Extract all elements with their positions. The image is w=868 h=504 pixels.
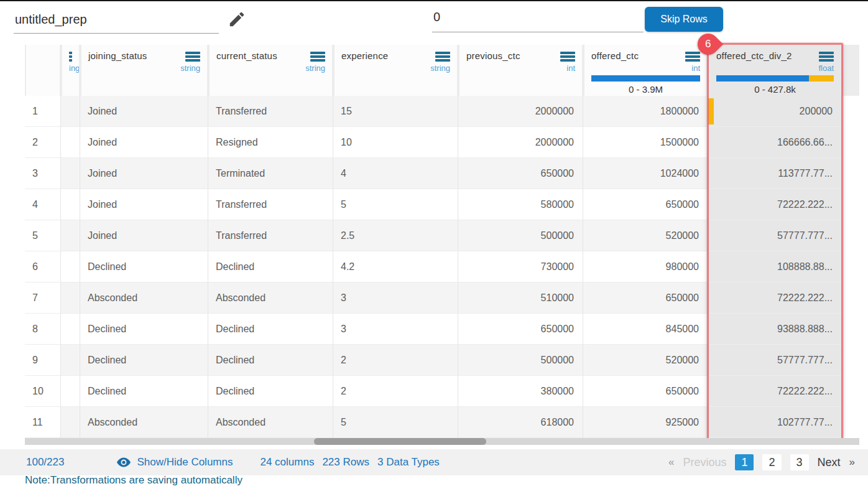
prep-name-input[interactable] (14, 9, 219, 34)
table-cell[interactable]: Joined (80, 189, 208, 220)
column-header-current_status[interactable]: current_statusstring (208, 45, 333, 96)
table-cell[interactable]: 580000 (458, 189, 583, 220)
table-cell[interactable]: 380000 (458, 376, 583, 407)
table-cell[interactable]: 500000 (458, 345, 583, 376)
skip-rows-input[interactable] (432, 5, 644, 32)
column-menu-icon[interactable] (819, 50, 834, 63)
table-cell[interactable]: 618000 (458, 407, 583, 438)
table-cell[interactable] (61, 345, 80, 376)
table-cell[interactable]: 102777.77... (708, 407, 842, 438)
column-menu-icon[interactable] (435, 50, 450, 63)
table-cell[interactable]: Joined (80, 220, 208, 251)
table-cell[interactable]: 5 (333, 407, 458, 438)
table-cell[interactable]: 650000 (458, 158, 583, 189)
table-cell[interactable]: 2000000 (458, 96, 583, 127)
page-number-3[interactable]: 3 (790, 454, 809, 470)
table-cell[interactable]: Transferred (208, 220, 333, 251)
table-cell[interactable]: Absconded (208, 407, 333, 438)
table-cell[interactable]: 113777.77... (708, 158, 842, 189)
table-cell[interactable]: Declined (208, 345, 333, 376)
column-header-joining_status[interactable]: joining_statusstring (80, 45, 208, 96)
table-cell[interactable] (61, 220, 80, 251)
table-cell[interactable] (61, 158, 80, 189)
table-cell[interactable] (61, 282, 80, 314)
table-cell[interactable]: 520000 (583, 345, 708, 376)
table-cell[interactable]: 2000000 (458, 127, 583, 158)
column-header-previous_ctc[interactable]: previous_ctcint (458, 45, 583, 96)
table-cell[interactable]: 3 (333, 282, 458, 314)
column-header-truncated[interactable]: ing (61, 45, 80, 96)
table-cell[interactable]: 10 (333, 127, 458, 158)
table-cell[interactable]: 510000 (458, 282, 583, 314)
table-cell[interactable] (61, 314, 80, 345)
table-cell[interactable]: Declined (80, 251, 208, 282)
column-menu-icon[interactable] (310, 50, 325, 63)
table-cell[interactable]: 845000 (583, 314, 708, 345)
column-menu-icon[interactable] (685, 50, 700, 63)
column-header-offered_ctc[interactable]: offered_ctcint0 - 3.9M (583, 45, 708, 96)
column-header-experience[interactable]: experiencestring (333, 45, 458, 96)
table-cell[interactable]: 72222.222... (708, 376, 842, 407)
table-cell[interactable] (61, 251, 80, 282)
table-cell[interactable]: 650000 (583, 282, 708, 314)
table-cell[interactable] (61, 189, 80, 220)
table-cell[interactable]: 166666.66... (708, 127, 842, 158)
last-page-arrow[interactable]: » (849, 456, 855, 469)
table-cell[interactable]: Joined (80, 158, 208, 189)
table-cell[interactable]: 2 (333, 376, 458, 407)
table-cell[interactable]: 57777.777... (708, 345, 842, 376)
table-cell[interactable]: 2 (333, 345, 458, 376)
table-cell[interactable]: 520000 (583, 220, 708, 251)
table-cell[interactable]: 4.2 (333, 251, 458, 282)
table-cell[interactable]: Resigned (208, 127, 333, 158)
table-cell[interactable]: 93888.888... (708, 314, 842, 345)
table-cell[interactable]: Absconded (80, 407, 208, 438)
table-cell[interactable] (61, 96, 80, 127)
table-cell[interactable]: Absconded (208, 282, 333, 314)
column-menu-icon[interactable] (69, 50, 72, 63)
table-cell[interactable]: 2.5 (333, 220, 458, 251)
table-cell[interactable]: 650000 (583, 376, 708, 407)
table-cell[interactable]: 57777.777... (708, 220, 842, 251)
table-cell[interactable]: 200000 (708, 96, 842, 127)
table-cell[interactable]: 4 (333, 158, 458, 189)
table-cell[interactable]: Declined (208, 251, 333, 282)
table-cell[interactable]: 650000 (458, 314, 583, 345)
table-cell[interactable]: 980000 (583, 251, 708, 282)
table-cell[interactable]: 72222.222... (708, 189, 842, 220)
skip-rows-button[interactable]: Skip Rows (645, 7, 723, 32)
page-number-2[interactable]: 2 (762, 454, 781, 470)
table-cell[interactable]: 1800000 (583, 96, 708, 127)
table-cell[interactable]: Joined (80, 96, 208, 127)
table-cell[interactable] (61, 127, 80, 158)
column-menu-icon[interactable] (185, 50, 200, 63)
table-cell[interactable]: Joined (80, 127, 208, 158)
edit-name-pencil-icon[interactable] (228, 10, 247, 30)
column-menu-icon[interactable] (560, 50, 575, 63)
first-page-arrow[interactable]: « (668, 456, 674, 469)
table-cell[interactable]: 500000 (458, 220, 583, 251)
next-page-button[interactable]: Next (818, 456, 841, 469)
table-cell[interactable]: 1500000 (583, 127, 708, 158)
table-cell[interactable]: 5 (333, 189, 458, 220)
table-cell[interactable]: Terminated (208, 158, 333, 189)
previous-page-button[interactable]: Previous (683, 456, 726, 469)
table-cell[interactable]: 3 (333, 314, 458, 345)
table-cell[interactable]: Transferred (208, 189, 333, 220)
table-cell[interactable]: 72222.222... (708, 282, 842, 314)
table-cell[interactable]: 925000 (583, 407, 708, 438)
table-cell[interactable]: 15 (333, 96, 458, 127)
table-cell[interactable]: 730000 (458, 251, 583, 282)
table-cell[interactable]: Transferred (208, 96, 333, 127)
table-cell[interactable]: 1024000 (583, 158, 708, 189)
horizontal-scrollbar-thumb[interactable] (314, 438, 486, 445)
table-cell[interactable] (61, 407, 80, 438)
table-cell[interactable]: Absconded (80, 282, 208, 314)
table-cell[interactable]: Declined (80, 376, 208, 407)
horizontal-scrollbar[interactable] (25, 438, 859, 445)
table-cell[interactable]: Declined (208, 314, 333, 345)
table-cell[interactable]: Declined (208, 376, 333, 407)
table-cell[interactable]: 650000 (583, 189, 708, 220)
show-hide-columns-button[interactable]: Show/Hide Columns (116, 455, 233, 470)
table-cell[interactable] (61, 376, 80, 407)
